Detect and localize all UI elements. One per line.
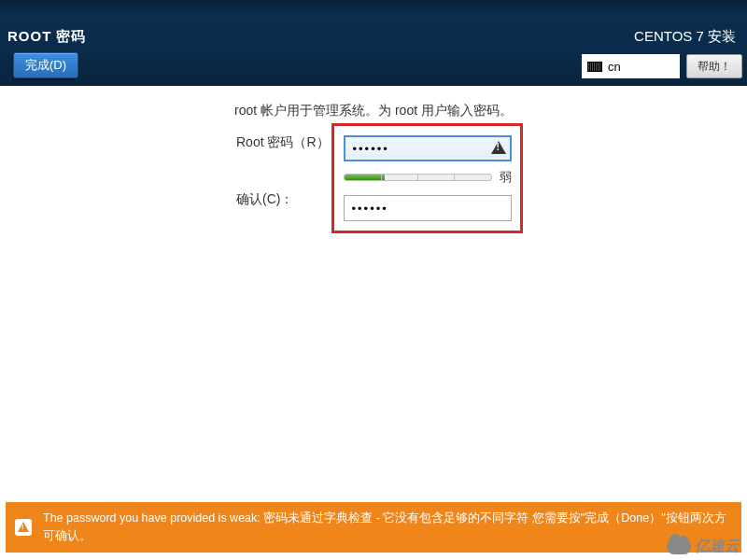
form-description: root 帐户用于管理系统。为 root 用户输入密码。 bbox=[0, 103, 747, 119]
confirm-password-input[interactable] bbox=[344, 195, 512, 221]
root-password-input[interactable] bbox=[344, 135, 512, 161]
keyboard-layout-code: cn bbox=[608, 60, 621, 74]
root-password-label: Root 密码（R） bbox=[236, 134, 330, 151]
password-form-highlight: 弱 bbox=[331, 123, 523, 233]
keyboard-layout-selector[interactable]: cn bbox=[582, 54, 680, 78]
watermark: 亿速云 bbox=[667, 537, 740, 556]
keyboard-icon bbox=[587, 62, 602, 72]
installer-name: CENTOS 7 安装 bbox=[634, 28, 736, 46]
alert-icon bbox=[15, 519, 32, 536]
done-button[interactable]: 完成(D) bbox=[13, 52, 78, 78]
cloud-icon bbox=[667, 539, 691, 554]
password-strength-meter bbox=[344, 174, 492, 181]
warning-bar: The password you have provided is weak: … bbox=[6, 502, 741, 553]
main-area: root 帐户用于管理系统。为 root 用户输入密码。 Root 密码（R） … bbox=[0, 86, 747, 119]
confirm-password-label: 确认(C)： bbox=[236, 191, 293, 208]
header-bar: ROOT 密码 完成(D) CENTOS 7 安装 cn 帮助！ bbox=[0, 0, 747, 86]
help-button[interactable]: 帮助！ bbox=[686, 54, 742, 78]
page-title: ROOT 密码 bbox=[7, 28, 87, 46]
password-strength-row: 弱 bbox=[344, 169, 512, 186]
warning-text: The password you have provided is weak: … bbox=[43, 510, 732, 545]
warning-icon bbox=[491, 141, 506, 154]
password-strength-text: 弱 bbox=[500, 169, 512, 186]
